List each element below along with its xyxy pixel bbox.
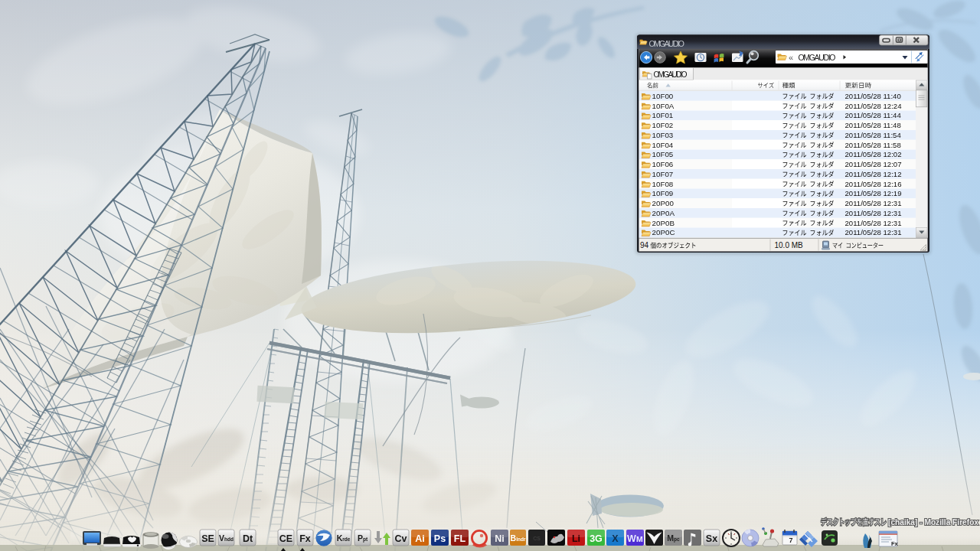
svg-text:2011/05/28 11:40: 2011/05/28 11:40 xyxy=(845,92,901,100)
svg-text:FL: FL xyxy=(454,533,466,544)
svg-text:[chaika] - Mozilla Firefox: [chaika] - Mozilla Firefox xyxy=(888,517,978,527)
svg-text:Dt: Dt xyxy=(243,533,253,544)
svg-text:X: X xyxy=(612,533,619,544)
svg-text:«: « xyxy=(789,53,793,62)
svg-text:10F01: 10F01 xyxy=(652,111,674,119)
svg-text:2011/05/28 12:02: 2011/05/28 12:02 xyxy=(845,150,902,158)
svg-text:2011/05/28 11:48: 2011/05/28 11:48 xyxy=(845,121,901,129)
svg-text:10F07: 10F07 xyxy=(652,170,674,178)
svg-text:2011/05/28 12:31: 2011/05/28 12:31 xyxy=(845,209,902,217)
svg-text:2011/05/28 11:54: 2011/05/28 11:54 xyxy=(845,131,902,139)
svg-text:Ni: Ni xyxy=(495,533,505,544)
svg-text:10F0A: 10F0A xyxy=(652,102,675,110)
svg-text:2011/05/28 12:24: 2011/05/28 12:24 xyxy=(845,102,903,110)
svg-text:Wᴍ: Wᴍ xyxy=(627,533,643,544)
svg-text:OMGAUDIO: OMGAUDIO xyxy=(799,53,836,62)
svg-text:2011/05/28 12:16: 2011/05/28 12:16 xyxy=(845,180,902,188)
svg-text:Sx: Sx xyxy=(706,533,717,544)
svg-text:2011/05/28 12:31: 2011/05/28 12:31 xyxy=(845,199,902,207)
svg-text:Cv: Cv xyxy=(395,533,407,544)
svg-text:2011/05/28 12:31: 2011/05/28 12:31 xyxy=(845,228,902,236)
svg-text:94: 94 xyxy=(640,241,649,249)
svg-text:10F02: 10F02 xyxy=(652,121,674,129)
svg-text:2011/05/28 11:58: 2011/05/28 11:58 xyxy=(845,141,901,149)
svg-text:2011/05/28 12:31: 2011/05/28 12:31 xyxy=(845,219,902,227)
svg-text:10F08: 10F08 xyxy=(652,180,674,188)
svg-text:OMGAUDIO: OMGAUDIO xyxy=(649,39,685,48)
svg-text:20P0A: 20P0A xyxy=(652,209,675,217)
svg-text:20P00: 20P00 xyxy=(652,199,675,207)
svg-text:7: 7 xyxy=(789,536,792,544)
svg-text:CS: CS xyxy=(533,536,541,541)
svg-text:2011/05/28 12:19: 2011/05/28 12:19 xyxy=(845,189,902,197)
svg-text:2011/05/28 12:07: 2011/05/28 12:07 xyxy=(845,160,902,168)
svg-text:Fx: Fx xyxy=(299,533,311,544)
svg-text:OMGAUDIO: OMGAUDIO xyxy=(654,70,688,79)
svg-text:3G: 3G xyxy=(590,533,603,544)
svg-text:2011/05/28 12:12: 2011/05/28 12:12 xyxy=(845,170,902,178)
svg-text:Ai: Ai xyxy=(415,533,425,544)
svg-text:CE: CE xyxy=(279,533,292,544)
svg-text:10F03: 10F03 xyxy=(652,131,674,139)
svg-text:10F05: 10F05 xyxy=(652,150,674,158)
svg-text:10F06: 10F06 xyxy=(652,160,674,168)
svg-text:10F09: 10F09 xyxy=(652,189,674,197)
svg-text:Li: Li xyxy=(572,533,580,544)
svg-text:Fx: Fx xyxy=(891,540,899,547)
svg-text:SE: SE xyxy=(201,533,214,544)
svg-text:10F00: 10F00 xyxy=(652,92,674,100)
svg-text:Ps: Ps xyxy=(434,533,446,544)
svg-text:10F04: 10F04 xyxy=(652,141,674,149)
svg-text:10.0 MB: 10.0 MB xyxy=(775,241,804,249)
svg-text:2011/05/28 11:44: 2011/05/28 11:44 xyxy=(845,111,902,119)
svg-text:20P0C: 20P0C xyxy=(652,228,675,236)
svg-text:20P0B: 20P0B xyxy=(652,219,675,227)
